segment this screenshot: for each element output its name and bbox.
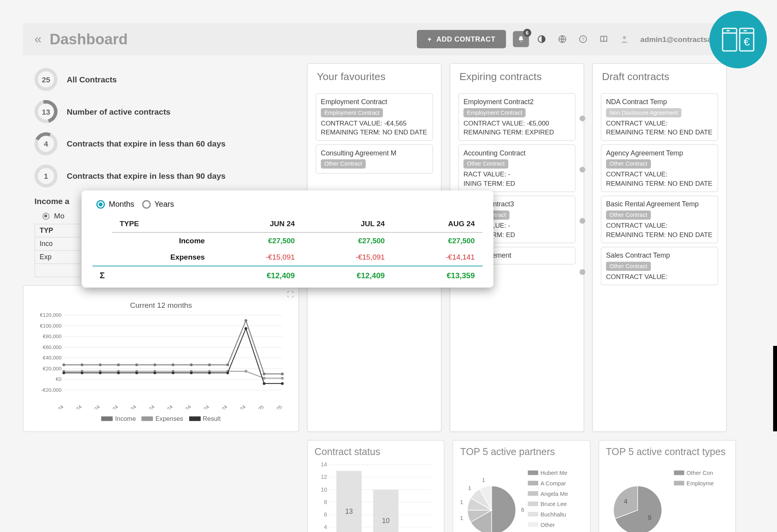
svg-text:6: 6 bbox=[521, 507, 524, 513]
contract-card[interactable]: Sales Contract TempOther ContractCONTRAC… bbox=[601, 247, 718, 285]
svg-text:€20,000: €20,000 bbox=[43, 366, 61, 372]
stat-expire-90[interactable]: 1 Contracts that expire in less than 90 … bbox=[23, 160, 299, 192]
svg-text:€80,000: €80,000 bbox=[43, 333, 61, 339]
language-icon[interactable] bbox=[554, 31, 570, 47]
bell-icon[interactable]: 6 bbox=[513, 31, 529, 47]
svg-point-53 bbox=[172, 372, 174, 374]
svg-text:4: 4 bbox=[624, 498, 627, 505]
sum-jun: €12,409 bbox=[213, 266, 303, 285]
chart-12months: ⛶ Current 12 months €120,000€100,000€80,… bbox=[23, 285, 299, 432]
theme-toggle-icon[interactable] bbox=[533, 31, 549, 47]
svg-text:4: 4 bbox=[324, 524, 327, 530]
svg-point-23 bbox=[99, 363, 101, 366]
svg-text:NOV 24: NOV 24 bbox=[213, 404, 229, 410]
svg-text:FEB 24: FEB 24 bbox=[49, 404, 65, 410]
chart-top-types: TOP 5 active contract types 94Other ConE… bbox=[598, 440, 736, 532]
svg-rect-89 bbox=[336, 471, 362, 532]
line-chart-svg: €120,000€100,000€80,000€60,000€40,000€20… bbox=[29, 312, 288, 410]
bar-chart-svg: 1412108642013Active10DraftPaused bbox=[315, 461, 436, 532]
help-icon[interactable]: ? bbox=[575, 31, 591, 47]
svg-text:MAY 24: MAY 24 bbox=[103, 404, 119, 410]
svg-text:9: 9 bbox=[648, 514, 651, 521]
svg-text:1: 1 bbox=[460, 499, 463, 505]
sum-jul: €12,409 bbox=[303, 266, 393, 285]
svg-point-46 bbox=[281, 377, 284, 380]
legend-income: Income bbox=[101, 415, 136, 422]
page-title: Dashboard bbox=[50, 30, 417, 48]
svg-text:6: 6 bbox=[324, 511, 327, 518]
svg-text:DEC 24: DEC 24 bbox=[231, 404, 247, 410]
favourites-title: Your favourites bbox=[316, 71, 433, 89]
stat-count: 13 bbox=[35, 100, 57, 123]
svg-rect-121 bbox=[723, 28, 737, 51]
contract-card[interactable]: Consulting Agreement MOther Contract bbox=[316, 144, 433, 173]
svg-point-22 bbox=[81, 363, 84, 366]
radio-button-icon bbox=[142, 200, 151, 209]
svg-point-49 bbox=[99, 372, 101, 374]
svg-point-51 bbox=[135, 372, 138, 374]
stat-count: 25 bbox=[35, 68, 57, 91]
svg-text:€120,000: €120,000 bbox=[40, 312, 62, 318]
contract-card[interactable]: NDA Contract TempNon Disclosure Agreemen… bbox=[601, 93, 718, 141]
svg-point-28 bbox=[190, 363, 193, 366]
svg-text:MAR 24: MAR 24 bbox=[66, 404, 83, 410]
chart-title: TOP 5 active contract types bbox=[606, 446, 728, 458]
radio-months-back[interactable] bbox=[43, 213, 50, 220]
stat-active-contracts[interactable]: 13 Number of active contracts bbox=[23, 96, 299, 128]
stat-all-contracts[interactable]: 25 All Contracts bbox=[23, 63, 299, 96]
svg-rect-92 bbox=[373, 490, 399, 532]
add-contract-button[interactable]: + ADD CONTRACT bbox=[417, 30, 506, 48]
contract-card[interactable]: Employment ContractEmployment ContractCO… bbox=[316, 93, 433, 141]
user-avatar-icon[interactable] bbox=[616, 31, 632, 47]
svg-text:SEPT 24: SEPT 24 bbox=[174, 404, 192, 410]
radio-months[interactable]: Months bbox=[96, 200, 134, 209]
right-edge-strip bbox=[773, 346, 777, 431]
book-icon[interactable] bbox=[596, 31, 611, 47]
svg-point-47 bbox=[63, 372, 65, 374]
contract-card[interactable]: Agency Agreement TempOther ContractCONTR… bbox=[601, 144, 718, 192]
drafts-title: Draft contracts bbox=[601, 71, 718, 89]
svg-text:1: 1 bbox=[482, 477, 485, 483]
radio-years-label: Years bbox=[155, 200, 174, 209]
svg-text:€60,000: €60,000 bbox=[43, 344, 61, 350]
svg-point-4 bbox=[623, 36, 626, 39]
svg-point-25 bbox=[135, 363, 138, 366]
svg-point-48 bbox=[81, 372, 84, 374]
svg-point-57 bbox=[244, 327, 247, 330]
svg-text:€: € bbox=[744, 36, 750, 48]
contract-card[interactable]: Accounting ContractOther ContractRACT VA… bbox=[458, 144, 576, 192]
stat-label: All Contracts bbox=[67, 75, 117, 84]
bottom-charts-row: Contract status 1412108642013Active10Dra… bbox=[23, 440, 736, 532]
chart-contract-status: Contract status 1412108642013Active10Dra… bbox=[307, 440, 444, 532]
th-aug: AUG 24 bbox=[392, 216, 483, 232]
contract-card[interactable]: Employment Contract2Employment ContractC… bbox=[458, 93, 576, 141]
stat-expire-60[interactable]: 4 Contracts that expire in less than 60 … bbox=[23, 128, 299, 160]
svg-text:8: 8 bbox=[324, 499, 327, 505]
th-jun: JUN 24 bbox=[213, 216, 303, 232]
svg-point-55 bbox=[208, 372, 211, 374]
period-radio-group: Months Years bbox=[92, 200, 483, 209]
income-overlay-card: Months Years TYPE JUN 24 JUL 24 AUG 24 I… bbox=[82, 190, 493, 288]
svg-text:Hubert Me: Hubert Me bbox=[541, 470, 568, 476]
expand-icon[interactable]: ⛶ bbox=[287, 290, 294, 298]
svg-rect-109 bbox=[528, 502, 538, 506]
svg-text:Bruce Lee: Bruce Lee bbox=[541, 501, 567, 507]
svg-text:Buchhaltu: Buchhaltu bbox=[541, 511, 566, 518]
collapse-icon[interactable]: « bbox=[35, 31, 42, 46]
contract-card[interactable]: Basic Rental Agreement TempOther Contrac… bbox=[601, 195, 718, 243]
svg-rect-107 bbox=[528, 491, 538, 496]
svg-point-52 bbox=[153, 372, 156, 374]
svg-text:-€20,000: -€20,000 bbox=[41, 387, 62, 393]
svg-text:10: 10 bbox=[321, 487, 327, 493]
svg-point-50 bbox=[117, 372, 120, 374]
line-chart-legend: Income Expenses Result bbox=[29, 412, 293, 426]
svg-text:Angela Me: Angela Me bbox=[541, 491, 568, 497]
svg-point-30 bbox=[226, 363, 229, 366]
favourites-list: Employment ContractEmployment ContractCO… bbox=[316, 93, 433, 174]
svg-text:10: 10 bbox=[382, 517, 390, 525]
chart-title: Current 12 months bbox=[29, 291, 293, 312]
svg-point-59 bbox=[281, 382, 284, 385]
svg-point-54 bbox=[190, 372, 193, 374]
svg-text:OCT 24: OCT 24 bbox=[194, 404, 210, 410]
radio-years[interactable]: Years bbox=[142, 200, 174, 209]
